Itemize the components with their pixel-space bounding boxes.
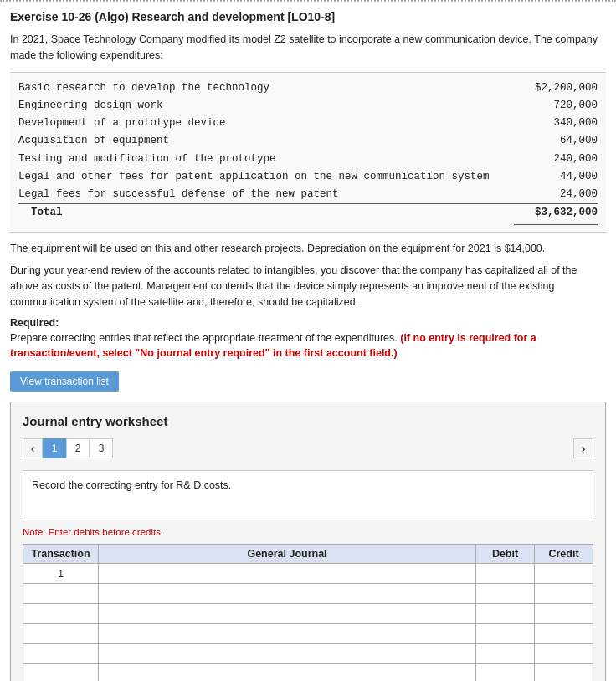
general-journal-cell[interactable] [99, 564, 476, 584]
table-row: 1 [23, 564, 593, 584]
expenditure-row: Testing and modification of the prototyp… [18, 151, 598, 168]
general-journal-input[interactable] [102, 628, 472, 640]
page-2-button[interactable]: 2 [66, 438, 90, 458]
general-journal-input[interactable] [102, 648, 472, 660]
debit-input[interactable] [480, 668, 531, 680]
expenditure-row: Basic research to develop the technology… [18, 79, 598, 97]
col-debit: Debit [476, 545, 535, 564]
instruction-text: Record the correcting entry for R& D cos… [32, 479, 231, 491]
debit-cell[interactable] [476, 624, 535, 644]
expenditure-row: Development of a prototype device340,000 [18, 115, 598, 132]
expenditure-amount: 24,000 [514, 186, 598, 203]
exercise-title: Exercise 10-26 (Algo) Research and devel… [10, 10, 606, 23]
credit-input[interactable] [538, 608, 589, 620]
general-journal-input[interactable] [102, 668, 472, 680]
intro-text: In 2021, Space Technology Company modifi… [10, 32, 606, 64]
prev-page-button[interactable]: ‹ [23, 438, 43, 458]
table-row [23, 584, 593, 604]
transaction-cell [23, 624, 99, 644]
expenditure-amount: $2,200,000 [514, 79, 598, 97]
credit-input[interactable] [538, 668, 589, 680]
general-journal-cell[interactable] [99, 584, 476, 604]
credit-input[interactable] [538, 588, 589, 600]
expenditure-row: Acquisition of equipment64,000 [18, 132, 598, 150]
expenditure-amount: 720,000 [514, 97, 598, 115]
expenditure-row: Legal and other fees for patent applicat… [18, 168, 598, 186]
pagination: ‹ 1 2 3 › [23, 438, 593, 458]
required-label: Required: [10, 317, 606, 329]
table-row [23, 664, 593, 682]
transaction-cell [23, 584, 99, 604]
general-journal-cell[interactable] [99, 644, 476, 664]
transaction-cell: 1 [23, 564, 99, 584]
general-journal-input[interactable] [102, 568, 472, 580]
table-row [23, 644, 593, 664]
expenditure-label: Testing and modification of the prototyp… [18, 151, 514, 168]
expenditure-label: Legal fees for successful defense of the… [18, 186, 514, 203]
expenditure-amount: 64,000 [514, 132, 598, 150]
debit-input[interactable] [480, 608, 531, 620]
general-journal-input[interactable] [102, 588, 472, 600]
col-general-journal: General Journal [99, 545, 476, 564]
expenditure-row: Engineering design work720,000 [18, 97, 598, 115]
credit-cell[interactable] [535, 604, 593, 624]
col-credit: Credit [535, 545, 593, 564]
expenditure-row: Legal fees for successful defense of the… [18, 186, 598, 203]
journal-table: Transaction General Journal Debit Credit… [23, 544, 593, 681]
table-row [23, 604, 593, 624]
expenditure-label: Development of a prototype device [18, 115, 514, 132]
table-row [23, 624, 593, 644]
expenditure-table: Basic research to develop the technology… [10, 72, 606, 233]
general-journal-cell[interactable] [99, 624, 476, 644]
transaction-cell [23, 604, 99, 624]
transaction-cell [23, 644, 99, 664]
debit-input[interactable] [480, 588, 531, 600]
next-page-button[interactable]: › [573, 438, 593, 458]
view-transaction-button[interactable]: View transaction list [10, 371, 119, 392]
credit-input[interactable] [538, 628, 589, 640]
debit-cell[interactable] [476, 644, 535, 664]
total-label: Total [18, 204, 514, 224]
page-3-button[interactable]: 3 [90, 438, 113, 458]
general-journal-cell[interactable] [99, 664, 476, 682]
expenditure-amount: 340,000 [514, 115, 598, 132]
debit-cell[interactable] [476, 564, 535, 584]
transaction-cell [23, 664, 99, 682]
debit-cell[interactable] [476, 604, 535, 624]
credit-cell[interactable] [535, 564, 593, 584]
general-journal-input[interactable] [102, 608, 472, 620]
debit-input[interactable] [480, 568, 531, 580]
total-amount: $3,632,000 [514, 204, 598, 224]
debit-cell[interactable] [476, 584, 535, 604]
debit-input[interactable] [480, 648, 531, 660]
debit-input[interactable] [480, 628, 531, 640]
required-text-plain: Prepare correcting entries that reflect … [10, 332, 398, 344]
col-transaction: Transaction [23, 545, 99, 564]
page-1-button[interactable]: 1 [43, 438, 66, 458]
equipment-note: The equipment will be used on this and o… [10, 241, 606, 257]
credit-cell[interactable] [535, 584, 593, 604]
expenditure-label: Engineering design work [18, 97, 514, 115]
note-text: Note: Enter debits before credits. [23, 527, 593, 537]
expenditure-total-row: Total$3,632,000 [18, 203, 598, 224]
required-text: Prepare correcting entries that reflect … [10, 330, 606, 362]
journal-title: Journal entry worksheet [23, 414, 593, 428]
debit-cell[interactable] [476, 664, 535, 682]
credit-input[interactable] [538, 568, 589, 580]
expenditure-label: Acquisition of equipment [18, 132, 514, 150]
credit-input[interactable] [538, 648, 589, 660]
review-note: During your year-end review of the accou… [10, 263, 606, 310]
expenditure-label: Basic research to develop the technology [18, 79, 514, 97]
expenditure-amount: 44,000 [514, 168, 598, 186]
credit-cell[interactable] [535, 664, 593, 682]
instruction-box: Record the correcting entry for R& D cos… [23, 470, 593, 520]
general-journal-cell[interactable] [99, 604, 476, 624]
credit-cell[interactable] [535, 624, 593, 644]
journal-worksheet: Journal entry worksheet ‹ 1 2 3 › Record… [10, 402, 606, 681]
expenditure-amount: 240,000 [514, 151, 598, 168]
credit-cell[interactable] [535, 644, 593, 664]
expenditure-label: Legal and other fees for patent applicat… [18, 168, 514, 186]
